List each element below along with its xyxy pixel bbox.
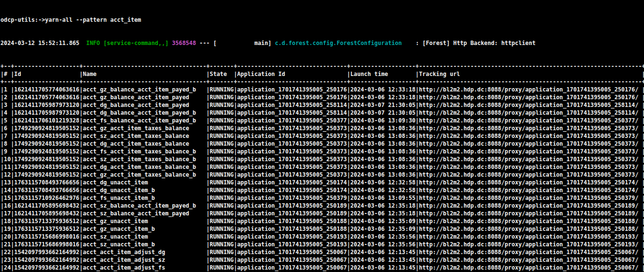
log-segment-green: INFO [service-command,,] — [83, 40, 172, 46]
log-segment-foreground: : [Forest] Http Backend: httpclient — [402, 40, 536, 46]
log-segment-cyan: c.d.forest.config.ForestConfiguration — [275, 40, 402, 46]
table-row: |7 |1749290924819505152|acct_sz_acct_ite… — [0, 132, 644, 140]
table-row: |13|1763115708493766656|acct_dg_unacct_i… — [0, 179, 644, 186]
table-row: |20|1763115715686998016|acct_sz_unacct_i… — [0, 233, 644, 241]
command-text: yarn-all --pattern acct_item — [45, 16, 141, 23]
log-segment-foreground: --- [ main] — [196, 40, 275, 46]
table-row: |19|1763115713375936512|acct_gz_unacct_i… — [0, 225, 644, 233]
table-row: |4 |1621411705987973120|acct_dg_balance_… — [0, 109, 644, 117]
table-row: |22|1542097993662164992|acct_acct_item_a… — [0, 248, 644, 256]
log-segment-magenta: 3568548 — [172, 40, 196, 46]
table-row: |10|1749290924819505152|acct_sz_acct_ite… — [0, 155, 644, 163]
table-row: |24|1542097993662164992|acct_acct_item_a… — [0, 264, 644, 272]
table-row: |12|1749290924819505152|acct_gz_acct_ite… — [0, 171, 644, 179]
table-row: |14|1763115708493766656|acct_dg_unacct_i… — [0, 186, 644, 194]
table-row: |16|1621411705895698432|acct_sz_balance_… — [0, 202, 644, 210]
table-border-top: +--+-------------------+----------------… — [0, 62, 644, 70]
table-row: |18|1763115713375936512|acct_gz_unacct_i… — [0, 217, 644, 225]
table-row: |17|1621411705895698432|acct_sz_balance_… — [0, 210, 644, 217]
table-header-row: |# |Id |Name |State |Application Id |Lau… — [0, 70, 644, 78]
table-border-header: +--+-------------------+----------------… — [0, 78, 644, 86]
table-row: |21|1763115715686998016|acct_sz_unacct_i… — [0, 241, 644, 248]
terminal-window[interactable]: odcp-utils:->yarn-all --pattern acct_ite… — [0, 0, 644, 272]
log-line: 2024-03-12 15:52:11.865 INFO [service-co… — [0, 39, 644, 47]
log-segment-foreground: 2024-03-12 15:52:11.865 — [0, 40, 83, 46]
table-row: |9 |1749290924819505152|acct_fs_acct_ite… — [0, 148, 644, 155]
table-row: |15|1763115710926462976|acct_fs_unacct_i… — [0, 194, 644, 202]
table-row: |1 |1621411705774063616|acct_gz_balance_… — [0, 86, 644, 93]
table-row: |6 |1749290924819505152|acct_gz_acct_ite… — [0, 124, 644, 132]
table-row: |23|1542097993662164992|acct_acct_item_a… — [0, 256, 644, 264]
table-row: |11|1749290924819505152|acct_dg_acct_ite… — [0, 163, 644, 171]
table-row: |2 |1621411705774063616|acct_gz_balance_… — [0, 93, 644, 101]
yarn-applications-table: +--+-------------------+----------------… — [0, 62, 644, 272]
prompt-line: odcp-utils:->yarn-all --pattern acct_ite… — [0, 16, 644, 24]
table-row: |8 |1749290924819505152|acct_dg_acct_ite… — [0, 140, 644, 148]
table-row: |3 |1621411705987973120|acct_dg_balance_… — [0, 101, 644, 109]
table-row: |5 |1621411706101219328|acct_fs_balance_… — [0, 117, 644, 124]
shell-prompt: odcp-utils:-> — [0, 16, 45, 23]
